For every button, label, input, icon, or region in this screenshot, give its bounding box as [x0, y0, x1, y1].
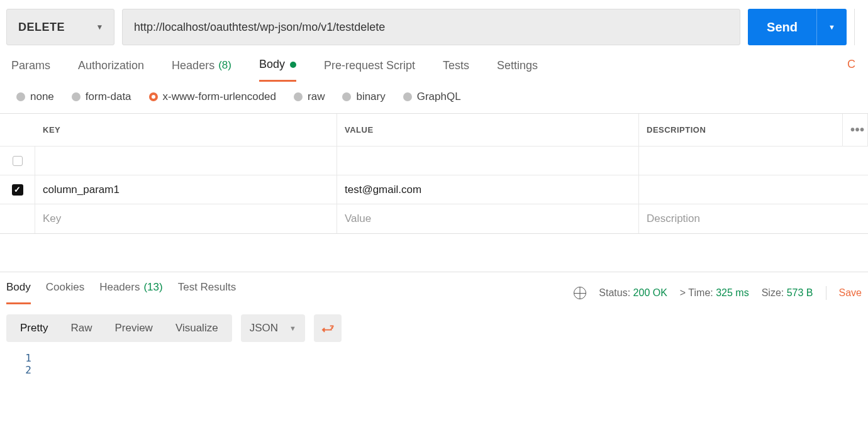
request-tabs: Params Authorization Headers (8) Body Pr… — [0, 45, 868, 82]
time-value: 325 ms — [716, 287, 748, 298]
time-group: > Time: 325 ms — [680, 287, 749, 299]
radio-binary-label: binary — [356, 91, 385, 103]
code-line: 2 — [23, 364, 862, 376]
wrap-lines-button[interactable]: ⮐ — [314, 314, 342, 342]
checkbox-empty-icon — [13, 156, 23, 166]
url-input[interactable] — [122, 9, 740, 45]
response-section: Body Cookies Headers (13) Test Results S… — [0, 272, 868, 401]
row-value-empty[interactable] — [337, 146, 639, 175]
tab-headers-count: (8) — [218, 59, 231, 72]
chevron-down-icon: ▼ — [96, 23, 104, 31]
response-tab-body[interactable]: Body — [6, 281, 31, 304]
body-params-table: KEY VALUE DESCRIPTION ••• column_param1 … — [0, 113, 868, 234]
radio-form-data[interactable]: form-data — [72, 91, 131, 103]
response-tab-test-results[interactable]: Test Results — [178, 281, 236, 304]
row-desc-empty[interactable] — [639, 146, 868, 175]
table-header-value: VALUE — [337, 114, 639, 146]
radio-none-label: none — [30, 91, 54, 103]
view-preview-button[interactable]: Preview — [103, 317, 164, 340]
row-key[interactable]: column_param1 — [35, 175, 337, 204]
tab-headers-label: Headers — [172, 59, 214, 72]
line-number: 1 — [23, 352, 31, 364]
request-row: DELETE ▼ Send ▼ — [0, 0, 868, 45]
globe-icon[interactable] — [574, 287, 586, 299]
radio-raw-label: raw — [308, 91, 325, 103]
radio-icon — [403, 92, 412, 101]
http-method-select[interactable]: DELETE ▼ — [6, 9, 114, 45]
code-line: 1 — [23, 352, 862, 364]
table-header-more-icon[interactable]: ••• — [843, 114, 868, 146]
wrap-lines-icon: ⮐ — [321, 321, 334, 336]
table-row-new: Key Value Description — [0, 204, 868, 233]
view-visualize-button[interactable]: Visualize — [164, 317, 230, 340]
radio-urlencoded-label: x-www-form-urlencoded — [163, 91, 276, 103]
response-format-select[interactable]: JSON ▼ — [241, 314, 305, 342]
table-header-description: DESCRIPTION — [639, 114, 843, 146]
tab-settings[interactable]: Settings — [497, 58, 538, 82]
radio-none[interactable]: none — [16, 91, 54, 103]
row-checkbox-placeholder — [0, 204, 35, 233]
radio-graphql[interactable]: GraphQL — [403, 91, 461, 103]
body-type-radios: none form-data x-www-form-urlencoded raw… — [0, 82, 868, 113]
right-edge-truncated: C — [847, 58, 857, 82]
tab-body-label: Body — [259, 58, 285, 71]
radio-form-data-label: form-data — [86, 91, 131, 103]
send-group: Send ▼ — [748, 9, 847, 45]
status-group: Status: 200 OK — [599, 287, 667, 299]
row-checkbox-checked[interactable] — [0, 175, 35, 204]
send-dropdown-button[interactable]: ▼ — [816, 9, 847, 45]
radio-graphql-label: GraphQL — [417, 91, 461, 103]
table-header-key: KEY — [35, 114, 337, 146]
new-value-input[interactable]: Value — [337, 204, 639, 233]
tab-body[interactable]: Body — [259, 58, 296, 82]
save-response-button[interactable]: Save — [839, 287, 862, 299]
separator — [826, 286, 826, 300]
response-header: Body Cookies Headers (13) Test Results S… — [0, 272, 868, 304]
response-tab-headers-count: (13) — [143, 281, 162, 296]
row-desc[interactable] — [639, 175, 868, 204]
chevron-down-icon: ▼ — [289, 324, 296, 332]
view-pretty-button[interactable]: Pretty — [9, 317, 59, 340]
radio-icon — [72, 92, 81, 101]
new-key-input[interactable]: Key — [35, 204, 337, 233]
radio-icon — [16, 92, 25, 101]
view-raw-button[interactable]: Raw — [59, 317, 103, 340]
radio-selected-icon — [149, 92, 158, 101]
tab-tests[interactable]: Tests — [443, 58, 469, 82]
response-tabs: Body Cookies Headers (13) Test Results — [6, 281, 236, 304]
row-value[interactable]: test@gmail.com — [337, 175, 639, 204]
response-tab-headers-label: Headers — [99, 281, 140, 296]
response-tab-cookies[interactable]: Cookies — [46, 281, 84, 304]
table-row — [0, 146, 868, 175]
new-desc-input[interactable]: Description — [639, 204, 868, 233]
tab-params[interactable]: Params — [11, 58, 50, 82]
radio-raw[interactable]: raw — [294, 91, 325, 103]
size-label: Size: — [762, 287, 784, 298]
response-tab-headers[interactable]: Headers (13) — [99, 281, 163, 304]
status-label: Status: — [599, 287, 630, 298]
line-number: 2 — [23, 364, 31, 376]
response-meta: Status: 200 OK > Time: 325 ms Size: 573 … — [574, 286, 862, 300]
radio-icon — [342, 92, 351, 101]
table-header-check — [0, 114, 35, 146]
response-body-viewer[interactable]: 1 2 — [0, 348, 868, 401]
radio-icon — [294, 92, 303, 101]
table-header-row: KEY VALUE DESCRIPTION ••• — [0, 114, 868, 146]
status-value: 200 OK — [633, 287, 667, 298]
send-button[interactable]: Send — [748, 9, 816, 45]
row-key-empty[interactable] — [35, 146, 337, 175]
right-pane-edge — [854, 9, 862, 45]
tab-authorization[interactable]: Authorization — [78, 58, 144, 82]
: Time: — [688, 287, 713, 298]
row-checkbox-unchecked[interactable] — [0, 146, 35, 175]
response-format-label: JSON — [250, 322, 278, 334]
response-view-mode-group: Pretty Raw Preview Visualize — [6, 314, 232, 342]
chevron-down-icon: ▼ — [828, 23, 835, 31]
response-toolbar: Pretty Raw Preview Visualize JSON ▼ ⮐ — [0, 304, 868, 348]
radio-binary[interactable]: binary — [342, 91, 385, 103]
table-row: column_param1 test@gmail.com — [0, 175, 868, 204]
body-modified-indicator-icon — [290, 62, 296, 68]
radio-urlencoded[interactable]: x-www-form-urlencoded — [149, 91, 276, 103]
tab-headers[interactable]: Headers (8) — [172, 58, 231, 82]
tab-pre-request-script[interactable]: Pre-request Script — [324, 58, 415, 82]
